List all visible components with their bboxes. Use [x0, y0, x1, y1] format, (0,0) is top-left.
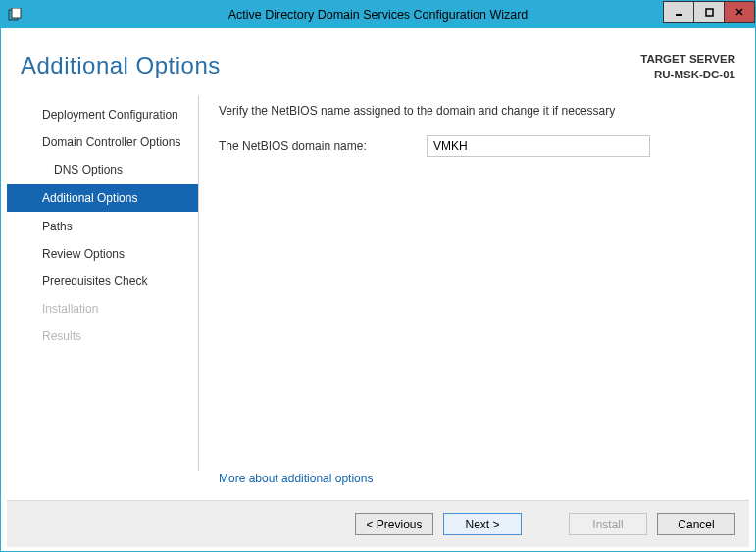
window-frame: Active Directory Domain Services Configu… — [0, 0, 756, 552]
netbios-label: The NetBIOS domain name: — [219, 139, 427, 153]
sidebar-item-prerequisites-check[interactable]: Prerequisites Check — [7, 269, 198, 294]
footer-bar: < Previous Next > Install Cancel — [7, 500, 749, 547]
sidebar-item-dns-options[interactable]: DNS Options — [7, 157, 198, 182]
main-panel: Verify the NetBIOS name assigned to the … — [199, 100, 749, 500]
header-area: Additional Options TARGET SERVER RU-MSK-… — [7, 34, 749, 82]
titlebar[interactable]: Active Directory Domain Services Configu… — [1, 1, 755, 28]
sidebar-item-results: Results — [7, 324, 198, 349]
previous-button[interactable]: < Previous — [355, 513, 433, 535]
more-about-link[interactable]: More about additional options — [219, 472, 726, 485]
sidebar-item-paths[interactable]: Paths — [7, 214, 198, 239]
wizard-sidebar: Deployment Configuration Domain Controll… — [7, 100, 198, 500]
sidebar-item-deployment-configuration[interactable]: Deployment Configuration — [7, 102, 198, 127]
content-frame: Additional Options TARGET SERVER RU-MSK-… — [1, 28, 755, 551]
sidebar-item-domain-controller-options[interactable]: Domain Controller Options — [7, 129, 198, 155]
window-title: Active Directory Domain Services Configu… — [1, 8, 755, 22]
next-button[interactable]: Next > — [443, 513, 522, 535]
page-title: Additional Options — [21, 52, 221, 82]
instruction-text: Verify the NetBIOS name assigned to the … — [219, 104, 726, 118]
target-server-name: RU-MSK-DC-01 — [640, 68, 735, 83]
sidebar-item-additional-options[interactable]: Additional Options — [7, 184, 198, 212]
cancel-button[interactable]: Cancel — [657, 513, 735, 535]
netbios-row: The NetBIOS domain name: — [219, 135, 726, 157]
target-label: TARGET SERVER — [640, 52, 735, 68]
inner-content: Additional Options TARGET SERVER RU-MSK-… — [7, 34, 749, 547]
body-area: Deployment Configuration Domain Controll… — [7, 100, 749, 500]
spacer — [219, 157, 726, 472]
install-button: Install — [569, 513, 647, 535]
netbios-input[interactable] — [427, 135, 650, 157]
sidebar-item-review-options[interactable]: Review Options — [7, 241, 198, 267]
sidebar-item-installation: Installation — [7, 296, 198, 322]
button-gap — [531, 513, 559, 535]
target-server-block: TARGET SERVER RU-MSK-DC-01 — [640, 52, 735, 82]
